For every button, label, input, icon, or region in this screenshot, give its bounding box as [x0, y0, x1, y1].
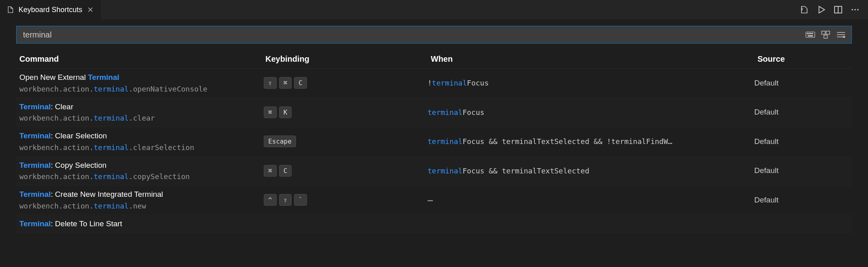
command-cell: Open New External Terminalworkbench.acti…	[16, 72, 262, 94]
key-cap: `	[294, 194, 307, 206]
source-cell: Default	[754, 108, 831, 117]
table-row[interactable]: Open New External Terminalworkbench.acti…	[16, 69, 852, 98]
command-id: workbench.action.terminal.copySelection	[19, 171, 262, 182]
more-actions-icon[interactable]	[850, 5, 860, 15]
keybinding-cell: ⌘K	[262, 106, 428, 118]
svg-rect-13	[824, 35, 828, 38]
keybindings-table: Command Keybinding When Source Open New …	[16, 50, 852, 233]
key-cap: Escape	[264, 136, 296, 147]
when-cell: terminalFocus && terminalTextSelected &&…	[428, 137, 754, 146]
svg-point-4	[857, 9, 859, 10]
command-cell: Terminal: Delete To Line Start	[16, 218, 262, 230]
when-cell: terminalFocus	[428, 108, 754, 117]
command-id: workbench.action.terminal.new	[19, 200, 262, 211]
command-cell: Terminal: Clear Selectionworkbench.actio…	[16, 130, 262, 153]
source-cell: Default	[754, 137, 831, 146]
svg-rect-11	[822, 31, 825, 34]
svg-rect-5	[806, 32, 815, 38]
keybinding-cell: ^⇧`	[262, 194, 428, 206]
command-title: Terminal: Clear	[19, 101, 262, 113]
svg-rect-10	[808, 35, 813, 36]
svg-rect-9	[812, 33, 813, 34]
editor-tab-bar: Keyboard Shortcuts	[0, 0, 868, 19]
command-cell: Terminal: Copy Selectionworkbench.action…	[16, 160, 262, 182]
command-title: Terminal: Clear Selection	[19, 130, 262, 142]
tab-keyboard-shortcuts[interactable]: Keyboard Shortcuts	[0, 0, 101, 19]
table-header: Command Keybinding When Source	[16, 50, 852, 69]
key-cap: ^	[264, 194, 277, 206]
col-keybinding[interactable]: Keybinding	[262, 54, 428, 64]
source-cell: Default	[754, 166, 831, 175]
search-container	[0, 19, 868, 46]
search-actions	[805, 30, 847, 40]
command-title: Terminal: Delete To Line Start	[19, 218, 262, 230]
key-cap: ⌘	[264, 106, 277, 118]
clear-search-icon[interactable]	[836, 30, 846, 40]
key-cap: K	[279, 106, 292, 118]
key-cap: C	[279, 165, 292, 177]
command-id: workbench.action.terminal.clear	[19, 113, 262, 123]
svg-rect-7	[809, 33, 810, 34]
when-cell: !terminalFocus	[428, 79, 754, 87]
col-command[interactable]: Command	[16, 54, 262, 64]
col-when[interactable]: When	[428, 54, 754, 64]
table-body: Open New External Terminalworkbench.acti…	[16, 69, 852, 233]
command-title: Terminal: Create New Integrated Terminal	[19, 189, 262, 200]
search-box	[16, 26, 852, 44]
file-icon	[6, 6, 15, 14]
command-title: Open New External Terminal	[19, 72, 262, 83]
svg-point-3	[854, 9, 856, 10]
key-cap: C	[294, 77, 307, 89]
col-source[interactable]: Source	[754, 54, 831, 64]
key-cap: ⌘	[264, 165, 277, 177]
tab-title: Keyboard Shortcuts	[19, 6, 82, 14]
command-title: Terminal: Copy Selection	[19, 160, 262, 171]
table-row[interactable]: Terminal: Clearworkbench.action.terminal…	[16, 98, 852, 127]
key-cap: ⇧	[279, 194, 292, 206]
svg-point-2	[851, 9, 853, 10]
close-icon[interactable]	[86, 6, 94, 14]
source-cell: Default	[754, 196, 831, 204]
open-keybindings-json-icon[interactable]	[799, 5, 809, 15]
sort-precedence-icon[interactable]	[821, 30, 830, 40]
key-cap: ⌘	[279, 77, 292, 89]
command-cell: Terminal: Create New Integrated Terminal…	[16, 189, 262, 211]
command-cell: Terminal: Clearworkbench.action.terminal…	[16, 101, 262, 124]
record-keys-icon[interactable]	[805, 30, 815, 40]
command-id: workbench.action.terminal.clearSelection	[19, 142, 262, 153]
table-row[interactable]: Terminal: Create New Integrated Terminal…	[16, 186, 852, 215]
table-row[interactable]: Terminal: Delete To Line Start	[16, 215, 852, 234]
key-cap: ⇧	[264, 77, 277, 89]
run-icon[interactable]	[816, 5, 826, 15]
keybinding-cell: Escape	[262, 136, 428, 147]
editor-actions	[799, 5, 868, 15]
svg-rect-12	[826, 31, 830, 34]
when-cell: terminalFocus && terminalTextSelected	[428, 167, 754, 175]
command-id: workbench.action.terminal.openNativeCons…	[19, 83, 262, 94]
when-cell: —	[428, 195, 754, 205]
keybinding-cell: ⇧⌘C	[262, 77, 428, 89]
table-row[interactable]: Terminal: Copy Selectionworkbench.action…	[16, 156, 852, 186]
source-cell: Default	[754, 79, 831, 88]
keybinding-cell: ⌘C	[262, 165, 428, 177]
svg-rect-8	[810, 33, 811, 34]
split-editor-icon[interactable]	[833, 5, 843, 15]
svg-rect-6	[807, 33, 808, 34]
search-input[interactable]	[21, 30, 805, 40]
table-row[interactable]: Terminal: Clear Selectionworkbench.actio…	[16, 127, 852, 156]
